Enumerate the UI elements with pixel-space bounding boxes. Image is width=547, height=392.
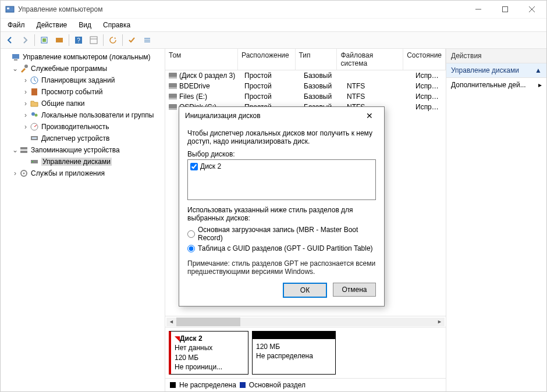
disk2-checkbox[interactable] (190, 163, 198, 170)
users-icon (30, 111, 39, 120)
app-icon (5, 5, 15, 14)
menu-view[interactable]: Вид (74, 20, 96, 30)
disk-nodata: Нет данных (175, 343, 244, 352)
storage-icon (19, 145, 29, 155)
tree-storage[interactable]: ⌄Запоминающие устройства (2, 144, 164, 156)
tree-devmgr[interactable]: Диспетчер устройств (2, 133, 164, 144)
dialog-title: Инициализация дисков (185, 112, 361, 120)
ok-button[interactable]: ОК (283, 283, 327, 298)
col-type[interactable]: Тип (296, 49, 338, 70)
mbr-radio[interactable] (187, 230, 195, 238)
tree-events[interactable]: ›Просмотр событий (2, 86, 164, 98)
gpt-row[interactable]: Таблица с GUID разделов (GPT - GUID Part… (187, 243, 376, 254)
svg-rect-7 (42, 38, 46, 42)
device-icon (30, 134, 39, 143)
disk-select-list[interactable]: Диск 2 (187, 159, 376, 200)
check-icon[interactable] (125, 33, 139, 47)
init-disk-dialog: Инициализация дисков ✕ Чтобы диспетчер л… (179, 106, 385, 307)
region-status: Не распределена (256, 351, 332, 361)
tree-diskmgmt[interactable]: Управление дисками (2, 156, 164, 168)
refresh-icon[interactable] (106, 33, 120, 47)
tree-tools[interactable]: ⌄Служебные программы (2, 63, 164, 74)
table-row[interactable]: (Диск 0 раздел 3)ПростойБазовыйИсправен … (165, 70, 446, 81)
table-row[interactable]: BDEDriveПростойБазовыйNTFSИсправен (Сист… (165, 81, 446, 91)
disk-checkbox-row[interactable]: Диск 2 (190, 162, 373, 170)
svg-rect-27 (20, 147, 27, 149)
clock-icon (30, 76, 39, 85)
tree-shared[interactable]: ›Общие папки (2, 98, 164, 109)
svg-rect-26 (32, 137, 37, 139)
h-scrollbar[interactable]: ◄ ► (165, 316, 446, 327)
menu-file[interactable]: Файл (3, 20, 30, 30)
tree-users[interactable]: ›Локальные пользователи и группы (2, 109, 164, 121)
gpt-label: Таблица с GUID разделов (GPT - GUID Part… (198, 244, 373, 252)
actions-title: Действия (446, 49, 546, 63)
volume-table: Том Расположение Тип Файловая система Со… (165, 49, 446, 112)
disk2-label: Диск 2 (200, 162, 221, 170)
tree-root[interactable]: Управление компьютером (локальным) (2, 51, 164, 63)
scroll-right-icon[interactable]: ► (435, 318, 445, 326)
actions-more[interactable]: Дополнительные дей... ▸ (446, 78, 546, 92)
svg-rect-3 (503, 7, 508, 12)
meter-icon (30, 122, 39, 131)
table-row[interactable]: Files (E:)ПростойБазовыйNTFSИсправен (Фа… (165, 91, 446, 102)
back-button[interactable] (3, 33, 17, 47)
legend-primary-label: Основной раздел (249, 381, 306, 389)
chevron-right-icon: ▸ (538, 81, 542, 89)
computer-icon (11, 52, 20, 62)
scroll-left-icon[interactable]: ◄ (166, 318, 176, 326)
props-button[interactable] (87, 33, 101, 47)
svg-text:?: ? (77, 37, 80, 44)
disk-icon (30, 157, 39, 166)
legend-unalloc-swatch (170, 382, 176, 388)
tree-scheduler[interactable]: ›Планировщик заданий (2, 74, 164, 86)
help-button[interactable]: ? (72, 33, 86, 47)
svg-point-32 (23, 173, 25, 174)
col-state[interactable]: Состояние (403, 49, 446, 70)
svg-rect-17 (14, 59, 17, 60)
menu-help[interactable]: Справка (98, 20, 135, 30)
cancel-button[interactable]: Отмена (333, 283, 376, 297)
dialog-titlebar: Инициализация дисков ✕ (179, 107, 384, 124)
svg-rect-29 (31, 160, 38, 163)
window-title: Управление компьютером (18, 5, 465, 13)
svg-rect-28 (20, 151, 27, 153)
svg-rect-16 (12, 54, 19, 59)
menubar: Файл Действие Вид Справка (1, 18, 546, 31)
mbr-row[interactable]: Основная загрузочная запись (MBR - Maste… (187, 224, 376, 243)
table-header[interactable]: Том Расположение Тип Файловая система Со… (165, 49, 446, 70)
nav-tree[interactable]: Управление компьютером (локальным) ⌄Служ… (1, 49, 165, 391)
forward-button[interactable] (18, 33, 32, 47)
collapse-icon: ▲ (535, 66, 542, 74)
titlebar: Управление компьютером (1, 1, 546, 18)
scroll-thumb[interactable] (176, 318, 240, 326)
col-loc[interactable]: Расположение (238, 49, 295, 70)
tree-perf[interactable]: ›Производительность (2, 121, 164, 133)
disk-region[interactable]: 120 МБ Не распределена (252, 331, 336, 375)
disk-status: Не проиници... (175, 362, 244, 372)
list-icon[interactable] (140, 33, 154, 47)
maximize-button[interactable] (492, 1, 518, 18)
dialog-close-icon[interactable]: ✕ (361, 111, 378, 120)
tools-icon (19, 64, 29, 73)
minimize-button[interactable] (465, 1, 492, 18)
scroll-track[interactable] (176, 318, 435, 326)
select-disks-label: Выбор дисков: (187, 150, 376, 158)
actions-pane: Действия Управление дисками ▲ Дополнител… (446, 49, 546, 391)
legend: Не распределена Основной раздел (165, 378, 446, 391)
svg-point-22 (35, 114, 38, 117)
col-fs[interactable]: Файловая система (337, 49, 403, 70)
svg-point-21 (31, 112, 35, 116)
close-button[interactable] (518, 1, 545, 18)
disk-info-block[interactable]: ◥Диск 2 Нет данных 120 МБ Не проиници... (169, 331, 248, 375)
col-tom[interactable]: Том (165, 49, 238, 70)
svg-line-24 (34, 125, 37, 127)
mbr-label: Основная загрузочная запись (MBR - Maste… (198, 226, 376, 242)
menu-action[interactable]: Действие (32, 20, 72, 30)
book-icon (30, 87, 39, 97)
tree-services[interactable]: ›Службы и приложения (2, 168, 164, 179)
actions-section[interactable]: Управление дисками ▲ (446, 63, 546, 78)
gpt-radio[interactable] (187, 245, 195, 252)
show-button[interactable] (52, 33, 66, 47)
up-button[interactable] (37, 33, 51, 47)
